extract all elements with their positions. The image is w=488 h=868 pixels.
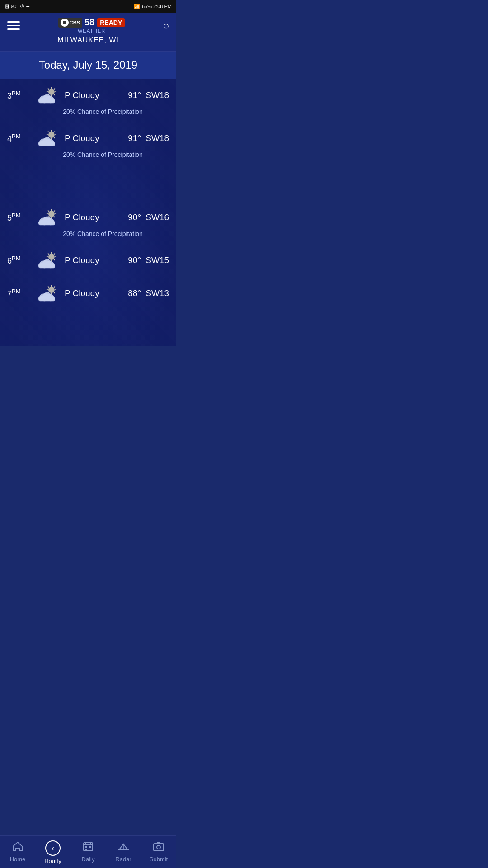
time-label: 7PM bbox=[7, 288, 32, 299]
date-header: Today, July 15, 2019 bbox=[0, 52, 176, 79]
weather-condition-icon bbox=[37, 128, 60, 148]
hourly-row: 4PM bbox=[0, 122, 176, 165]
status-right: 📶 66% 2:08 PM bbox=[134, 4, 172, 9]
channel-number: 58 bbox=[84, 17, 94, 28]
weather-label: WEATHER bbox=[78, 28, 105, 33]
svg-line-53 bbox=[48, 254, 49, 255]
svg-rect-63 bbox=[38, 265, 55, 269]
status-left: 🖼 90° ⏱ •• bbox=[5, 4, 30, 9]
condition-label: P Cloudy bbox=[65, 90, 113, 100]
svg-rect-47 bbox=[38, 222, 55, 226]
cbs-logo: CBS bbox=[58, 18, 82, 28]
svg-line-22 bbox=[54, 137, 55, 138]
svg-line-38 bbox=[54, 217, 55, 217]
hourly-row: 6PM bbox=[0, 244, 176, 277]
precipitation-chance: 20% Chance of Precipitation bbox=[37, 230, 169, 237]
wind-speed: SW18 bbox=[145, 133, 169, 143]
svg-line-71 bbox=[54, 287, 55, 288]
temperature: 91° bbox=[117, 90, 141, 100]
svg-rect-79 bbox=[38, 298, 55, 302]
time-label: 4PM bbox=[7, 133, 32, 144]
logo-container: CBS 58 READY WEATHER bbox=[58, 17, 125, 33]
hourly-rows-container: 3PM bbox=[0, 79, 176, 310]
wind-speed: SW16 bbox=[145, 212, 169, 222]
hourly-content: 3PM bbox=[0, 79, 176, 346]
weather-condition-icon bbox=[37, 208, 60, 227]
logo: CBS 58 READY bbox=[58, 17, 125, 28]
hourly-row: 3PM bbox=[0, 79, 176, 122]
svg-line-70 bbox=[54, 292, 55, 293]
svg-line-69 bbox=[48, 287, 49, 288]
wind-speed: SW13 bbox=[145, 288, 169, 298]
svg-line-39 bbox=[54, 211, 55, 212]
svg-line-5 bbox=[48, 89, 49, 90]
temperature: 90° bbox=[117, 212, 141, 222]
status-bar: 🖼 90° ⏱ •• 📶 66% 2:08 PM bbox=[0, 0, 176, 13]
temperature: 90° bbox=[117, 255, 141, 265]
time-label: 6PM bbox=[7, 255, 32, 266]
battery-status: 66% 2:08 PM bbox=[142, 4, 172, 9]
weather-condition-icon bbox=[37, 250, 60, 270]
time-label: 5PM bbox=[7, 212, 32, 223]
svg-line-37 bbox=[48, 211, 49, 212]
svg-rect-15 bbox=[38, 100, 55, 104]
time-label: 3PM bbox=[7, 90, 32, 101]
menu-button[interactable] bbox=[7, 21, 20, 30]
weather-condition-icon bbox=[37, 85, 60, 105]
search-button[interactable]: ⌕ bbox=[163, 19, 169, 31]
condition-label: P Cloudy bbox=[65, 255, 113, 265]
wind-speed: SW18 bbox=[145, 90, 169, 100]
weather-condition-icon bbox=[37, 283, 60, 303]
temperature: 88° bbox=[117, 288, 141, 298]
svg-line-54 bbox=[54, 259, 55, 260]
precipitation-chance: 20% Chance of Precipitation bbox=[37, 151, 169, 158]
ready-badge: READY bbox=[97, 18, 125, 27]
svg-line-7 bbox=[54, 89, 55, 90]
svg-rect-31 bbox=[38, 143, 55, 146]
location-label: MILWAUKEE, WI bbox=[57, 36, 119, 44]
precipitation-chance: 20% Chance of Precipitation bbox=[37, 108, 169, 115]
hourly-row: 7PM bbox=[0, 277, 176, 310]
svg-line-55 bbox=[54, 254, 55, 255]
svg-line-6 bbox=[54, 94, 55, 95]
app-header: CBS 58 READY WEATHER ⌕ MILWAUKEE, WI bbox=[0, 13, 176, 52]
condition-label: P Cloudy bbox=[65, 212, 113, 222]
wind-speed: SW15 bbox=[145, 255, 169, 265]
temperature: 91° bbox=[117, 133, 141, 143]
wifi-icon: 📶 bbox=[134, 4, 140, 9]
hourly-row: 5PM bbox=[0, 165, 176, 244]
cbs-eye-icon bbox=[61, 19, 69, 27]
status-icons: 🖼 90° ⏱ •• bbox=[5, 4, 30, 9]
condition-label: P Cloudy bbox=[65, 288, 113, 298]
svg-line-21 bbox=[48, 132, 49, 132]
condition-label: P Cloudy bbox=[65, 133, 113, 143]
svg-line-23 bbox=[54, 132, 55, 132]
